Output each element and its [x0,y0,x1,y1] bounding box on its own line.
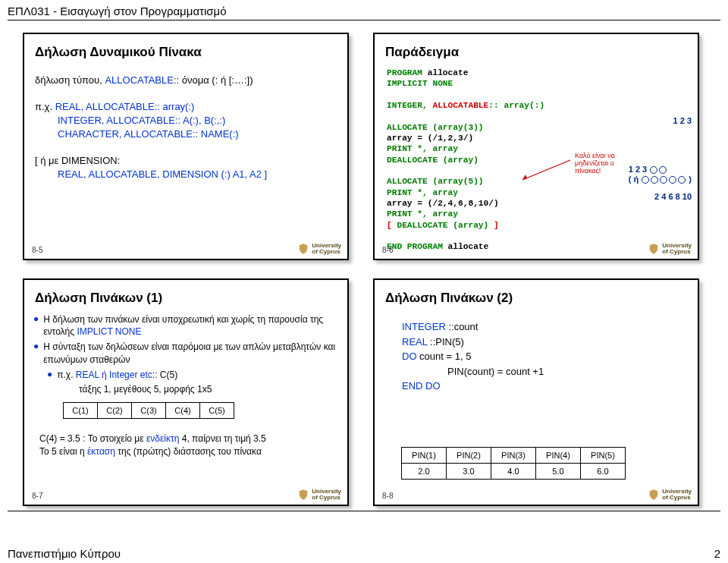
cell: PIN(3) [491,447,536,464]
slide-num: 8-6 [382,246,393,254]
cell: 2.0 [401,463,447,480]
slide-title: Δήλωση Πινάκων (1) [35,291,337,306]
slide-title: Δήλωση Πινάκων (2) [385,291,687,306]
output-3: 2 4 6 8 10 [654,192,692,202]
cell: C(2) [97,402,132,419]
example-l3: CHARACTER, ALLOCATABLE:: NAME(:) [58,128,337,140]
shield-icon [648,243,660,255]
note: C(4) = 3.5 : Το στοιχείο με ενδείκτη 4, … [39,432,332,458]
slide-grid: Δήλωση Δυναμικού Πίνακα δήλωση τύπου, AL… [0,28,728,506]
slide-8-6: Παράδειγμα PROGRAM allocate IMPLICIT NON… [373,33,699,260]
bullet-3: ● π.χ. REAL ή Integer etc:: C(5) [47,369,338,381]
course-title: EΠΛ031 - Εισαγωγή στον Προγραμματισμό [8,5,227,17]
bullet-1: ● Η δήλωση των πινάκων είναι υποχρεωτική… [33,313,338,338]
page-header: EΠΛ031 - Εισαγωγή στον Προγραμματισμό [0,0,728,20]
cell: 5.0 [535,463,581,480]
cell: 6.0 [580,463,626,480]
rule-bottom [8,511,720,511]
cell: PIN(5) [580,447,626,464]
uni-logo: Universityof Cyprus [297,243,341,255]
slide-8-5: Δήλωση Δυναμικού Πίνακα δήλωση τύπου, AL… [23,33,349,260]
footer-left: Πανεπιστήμιο Κύπρου [8,547,121,560]
end-do: END DO [402,379,690,394]
code-body: INTEGER ::count REAL ::PIN(5) DO count =… [402,319,690,394]
decl-line: δήλωση τύπου, ALLOCATABLE:: όνομα (: ή [… [35,74,337,86]
footer-right: 2 [714,547,720,560]
shield-icon [297,489,309,501]
output-2: 1 2 3 ( ή ) [629,165,692,184]
slide-body: δήλωση τύπου, ALLOCATABLE:: όνομα (: ή [… [32,68,340,187]
shield-icon [648,489,660,501]
uni-logo: Universityof Cyprus [648,243,692,255]
slide-8-8: Δήλωση Πινάκων (2) INTEGER ::count REAL … [373,278,699,506]
callout-arrow-icon [519,154,572,184]
slide-num: 8-5 [32,246,42,254]
slide-body: ● Η δήλωση των πινάκων είναι υποχρεωτική… [32,313,340,458]
cell: C(3) [131,402,166,419]
rule-top [8,20,720,20]
page-footer: Πανεπιστήμιο Κύπρου 2 [8,547,720,560]
uni-logo: Universityof Cyprus [297,489,341,501]
cell: PIN(4) [535,447,581,464]
bullet-4: τάξης 1, μεγέθους 5, μορφής 1x5 [79,384,338,395]
dim-label: [ ή με DIMENSION: [35,155,337,166]
output-1: 1 2 3 [673,116,692,126]
c-table: C(1) C(2) C(3) C(4) C(5) [64,402,338,419]
cell: PIN(1) [401,447,447,464]
bullet-2: ● Η σύνταξη των δηλώσεων είναι παρόμοια … [33,341,338,365]
dim-line: REAL, ALLOCATABLE, DIMENSION (:) A1, A2 … [58,168,337,180]
cell: C(4) [165,402,200,419]
uni-logo: Universityof Cyprus [648,489,692,501]
slide-num: 8-8 [382,492,393,500]
cell: 3.0 [446,463,491,480]
callout: Καλό είναι να μηδενίζεται ο πίνακας! [575,153,628,175]
cell: C(1) [63,402,98,419]
cell: 4.0 [491,463,536,480]
example-line: π.χ. REAL, ALLOCATABLE:: array(:) [35,101,337,112]
cell: PIN(2) [446,447,491,464]
slide-title: Δήλωση Δυναμικού Πίνακα [35,45,337,60]
slide-num: 8-7 [32,492,42,500]
slide-title: Παράδειγμα [385,45,687,60]
slide-8-7: Δήλωση Πινάκων (1) ● Η δήλωση των πινάκω… [23,278,349,506]
example-l2: INTEGER, ALLOCATABLE:: A(:), B(:,:) [58,115,337,126]
shield-icon [297,243,309,255]
pin-table: PIN(1) PIN(2) PIN(3) PIN(4) PIN(5) 2.0 3… [402,447,690,480]
cell: C(5) [199,402,234,419]
loop-body: PIN(count) = count +1 [447,364,690,379]
